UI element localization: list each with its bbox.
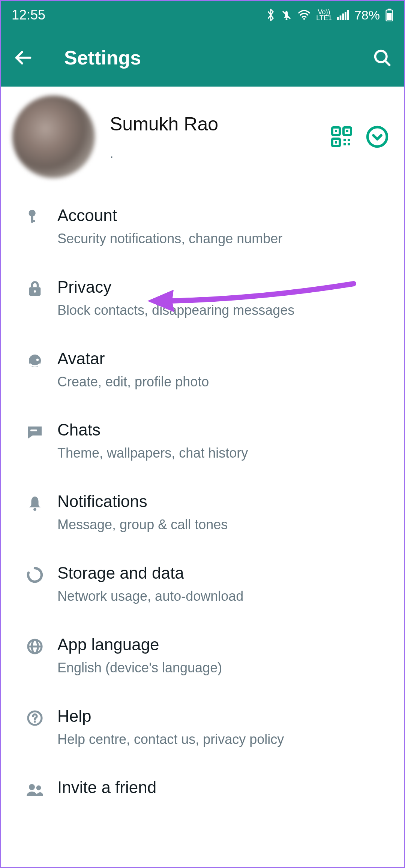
status-bar: 12:55 Vo)) LTE1 [1,1,404,29]
item-title: Invite a friend [57,778,385,797]
item-subtitle: Security notifications, change number [57,230,385,248]
settings-item-chats[interactable]: Chats Theme, wallpapers, chat history [1,406,404,477]
wifi-icon [297,10,311,20]
volte-label: Vo)) LTE1 [316,9,332,21]
status-time: 12:55 [12,7,45,23]
svg-point-38 [29,784,35,790]
item-title: Avatar [57,349,385,368]
lock-icon [12,278,57,297]
svg-rect-19 [335,141,337,144]
item-subtitle: Block contacts, disappearing messages [57,302,385,319]
avatar-face-icon [12,349,57,370]
bell-icon [12,492,57,512]
people-icon [12,778,57,798]
svg-rect-5 [342,13,344,20]
svg-rect-4 [340,15,342,20]
svg-rect-27 [31,220,35,222]
svg-rect-23 [348,143,350,145]
svg-rect-20 [344,139,346,141]
help-icon [12,707,57,727]
data-usage-icon [12,564,57,584]
profile-status: . [110,146,330,161]
page-title: Settings [64,46,371,69]
profile-name: Sumukh Rao [110,113,330,135]
battery-icon [385,9,393,21]
item-subtitle: Theme, wallpapers, chat history [57,444,385,462]
avatar[interactable] [12,96,95,178]
settings-item-invite[interactable]: Invite a friend [1,763,404,798]
svg-rect-15 [335,130,337,132]
svg-point-1 [286,18,288,20]
item-title: Account [57,206,385,225]
svg-rect-31 [30,430,37,431]
key-icon [12,206,57,225]
search-button[interactable] [371,46,393,69]
svg-point-30 [36,358,39,361]
svg-rect-21 [348,139,350,141]
item-title: Help [57,707,385,726]
svg-point-39 [36,786,41,790]
svg-point-24 [368,127,387,147]
settings-item-language[interactable]: App language English (device's language) [1,620,404,692]
svg-rect-17 [346,130,348,132]
profile-text: Sumukh Rao . [110,113,330,161]
settings-item-notifications[interactable]: Notifications Message, group & call tone… [1,477,404,549]
svg-point-29 [34,290,36,292]
globe-icon [12,635,57,655]
svg-rect-22 [344,143,346,145]
settings-item-privacy[interactable]: Privacy Block contacts, disappearing mes… [1,263,404,334]
svg-point-32 [33,508,36,511]
item-subtitle: Network usage, auto-download [57,588,385,605]
signal-icon [337,10,349,20]
item-title: Privacy [57,278,385,296]
svg-line-13 [385,61,389,65]
svg-rect-6 [345,12,346,20]
svg-point-2 [303,18,305,19]
item-subtitle: Create, edit, profile photo [57,373,385,391]
svg-rect-10 [387,13,392,20]
item-subtitle: English (device's language) [57,659,385,677]
item-title: App language [57,635,385,654]
bluetooth-icon [266,8,276,22]
settings-item-avatar[interactable]: Avatar Create, edit, profile photo [1,334,404,406]
profile-row[interactable]: Sumukh Rao . [1,87,404,191]
mute-icon [281,9,292,21]
item-title: Storage and data [57,564,385,582]
item-title: Notifications [57,492,385,511]
back-button[interactable] [12,46,34,69]
app-bar: Settings [1,29,404,87]
settings-item-help[interactable]: Help Help centre, contact us, privacy po… [1,692,404,763]
battery-text: 78% [354,8,380,22]
profile-actions [330,125,389,148]
svg-rect-7 [347,10,349,20]
qr-code-button[interactable] [330,126,353,148]
item-subtitle: Help centre, contact us, privacy policy [57,731,385,748]
svg-point-37 [34,721,36,723]
chat-icon [12,421,57,441]
item-title: Chats [57,421,385,439]
settings-list: Account Security notifications, change n… [1,191,404,798]
item-subtitle: Message, group & call tones [57,516,385,534]
expand-button[interactable] [366,125,389,148]
settings-item-account[interactable]: Account Security notifications, change n… [1,191,404,263]
settings-item-storage[interactable]: Storage and data Network usage, auto-dow… [1,549,404,620]
status-icons: Vo)) LTE1 78% [266,8,393,22]
svg-rect-3 [337,17,339,20]
